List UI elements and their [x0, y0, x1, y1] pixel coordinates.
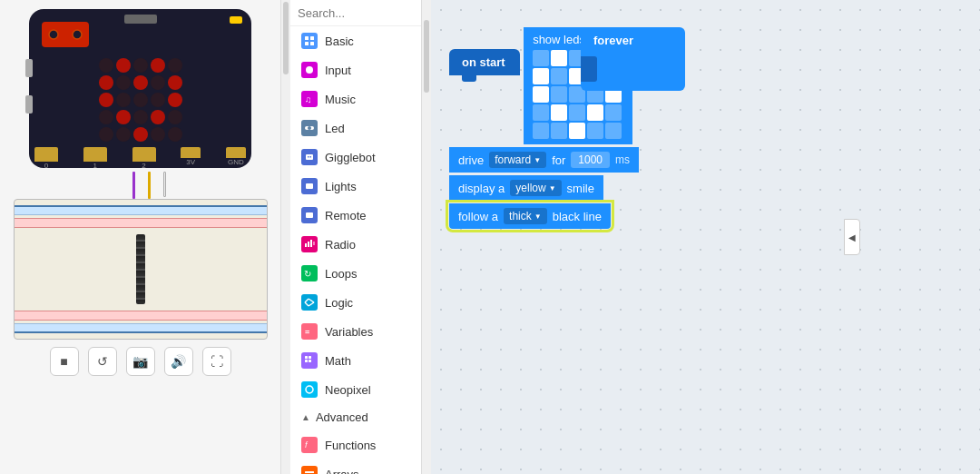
toolbox-item-math[interactable]: Math: [290, 346, 421, 375]
toolbox-item-remote[interactable]: Remote: [290, 201, 421, 230]
neopixel-icon: [301, 381, 318, 398]
svg-rect-14: [306, 212, 313, 218]
on-start-label: on start: [462, 55, 505, 69]
screenshot-button[interactable]: 📷: [126, 347, 155, 376]
toolbox-item-logic[interactable]: Logic: [290, 288, 421, 317]
svg-point-29: [306, 386, 313, 393]
basic-icon: [301, 33, 318, 49]
drive-label: drive: [458, 153, 484, 167]
display-block[interactable]: display a yellow ▼ smile: [449, 175, 603, 201]
svg-rect-11: [308, 156, 309, 158]
button-b[interactable]: [25, 95, 33, 114]
mini-led-1-0: [533, 68, 549, 84]
follow-block[interactable]: follow a thick ▼ black line: [449, 203, 611, 229]
led-3-0: [99, 110, 113, 124]
toolbox-item-loops[interactable]: ↻ Loops: [290, 259, 421, 288]
led-0-4: [168, 58, 182, 73]
math-icon: [301, 352, 318, 369]
advanced-label: Advanced: [316, 410, 368, 424]
mini-led-4-2: [569, 123, 585, 139]
svg-text:=: =: [305, 328, 309, 337]
led-2-0: [99, 93, 113, 107]
advanced-header[interactable]: ▲ Advanced: [290, 404, 421, 430]
remote-icon: [301, 207, 318, 223]
collapse-button[interactable]: ◀: [844, 219, 860, 255]
svg-line-20: [305, 299, 309, 302]
mini-led-3-3: [587, 104, 603, 121]
follow-thickness-value: thick: [509, 210, 532, 222]
svg-text:↻: ↻: [304, 269, 311, 279]
mute-button[interactable]: 🔊: [164, 347, 193, 376]
scrollbar-thumb[interactable]: [283, 2, 289, 74]
fullscreen-button[interactable]: ⛶: [202, 347, 231, 376]
svg-rect-31: [305, 471, 314, 473]
toolbox-scrollbar[interactable]: [422, 0, 431, 474]
microbit-indicator: [230, 16, 242, 24]
toolbox-item-gigglebot[interactable]: Gigglebot: [290, 143, 421, 172]
led-4-0: [99, 127, 113, 142]
svg-rect-3: [310, 36, 314, 40]
wire-yellow: [148, 172, 151, 199]
led-1-1: [116, 75, 131, 90]
input-label: Input: [325, 64, 351, 77]
led-4-3: [151, 127, 165, 142]
mini-led-3-0: [533, 104, 549, 121]
led-3-4: [168, 110, 182, 124]
breadboard-strip-top-blue: [15, 205, 267, 215]
stop-button[interactable]: ■: [50, 347, 79, 376]
mini-led-4-1: [551, 123, 567, 139]
svg-rect-12: [310, 156, 312, 158]
on-start-block[interactable]: on start: [449, 49, 520, 75]
functions-label: Functions: [325, 439, 376, 452]
toolbox-item-basic[interactable]: Basic: [290, 26, 421, 55]
gigglebot-label: Gigglebot: [325, 151, 376, 164]
toolbox-item-variables[interactable]: = Variables: [290, 317, 421, 346]
toolbox-item-music[interactable]: ♫ Music: [290, 84, 421, 114]
microbit-side-buttons: [25, 59, 33, 114]
microbit-usb: [124, 15, 157, 24]
drive-unit: ms: [615, 153, 630, 166]
loops-icon: ↻: [301, 265, 318, 281]
display-color-dropdown[interactable]: yellow ▼: [510, 180, 561, 196]
led-1-0: [99, 75, 113, 90]
svg-rect-26: [309, 356, 311, 359]
mini-led-3-1: [551, 104, 567, 121]
toolbox-item-neopixel[interactable]: Neopixel: [290, 375, 421, 404]
drive-block[interactable]: drive forward for 1000 ms: [449, 147, 639, 173]
microbit-top-bar: [42, 22, 239, 47]
search-input[interactable]: [298, 6, 422, 20]
drive-direction-dropdown[interactable]: forward: [489, 152, 546, 168]
led-2-4: [168, 93, 182, 107]
forever-block[interactable]: forever: [581, 27, 685, 91]
radio-label: Radio: [325, 238, 356, 252]
microbit-led-grid: [99, 58, 182, 142]
music-icon: ♫: [301, 91, 318, 107]
svg-text:♫: ♫: [305, 94, 312, 104]
loops-label: Loops: [325, 267, 357, 281]
toolbox-item-led[interactable]: Led: [290, 114, 421, 143]
lights-label: Lights: [325, 180, 357, 193]
microbit-logo: [42, 22, 89, 47]
svg-rect-13: [306, 183, 313, 189]
toolbox-item-lights[interactable]: Lights: [290, 172, 421, 201]
neopixel-label: Neopixel: [325, 383, 371, 397]
main-scrollbar[interactable]: [281, 0, 290, 474]
svg-line-23: [309, 302, 314, 306]
restart-button[interactable]: ↺: [88, 347, 117, 376]
svg-rect-25: [305, 356, 308, 359]
svg-line-22: [309, 299, 314, 302]
toolbox-item-functions[interactable]: f Functions: [290, 430, 421, 459]
follow-thickness-dropdown[interactable]: thick ▼: [504, 208, 547, 224]
svg-rect-27: [305, 360, 308, 362]
button-a[interactable]: [25, 59, 33, 77]
drive-value[interactable]: 1000: [571, 152, 610, 168]
forever-group: forever: [581, 27, 685, 91]
led-3-1: [116, 110, 131, 124]
toolbox-item-arrays[interactable]: Arrays: [290, 459, 421, 474]
led-3-2: [133, 110, 148, 124]
toolbox-scrollbar-thumb[interactable]: [424, 20, 429, 93]
svg-rect-0: [49, 30, 58, 39]
mini-led-3-2: [569, 104, 585, 121]
toolbox-item-radio[interactable]: Radio: [290, 230, 421, 259]
toolbox-item-input[interactable]: Input: [290, 55, 421, 84]
